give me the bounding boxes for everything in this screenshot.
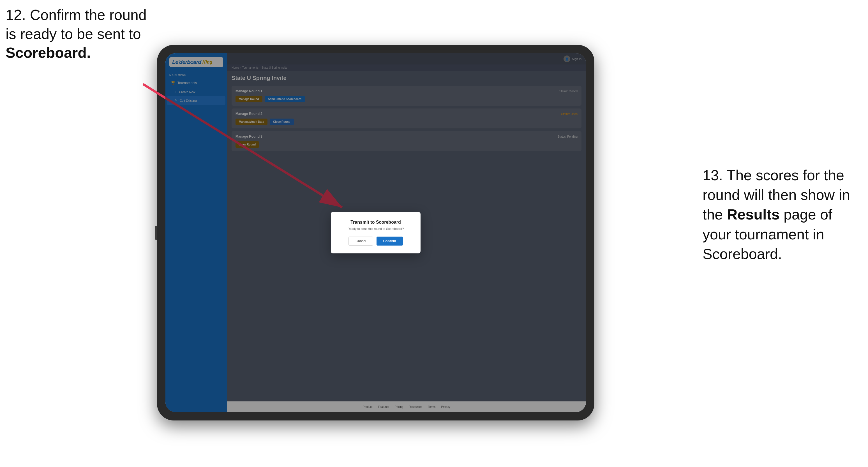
- annotation-line2: is ready to be sent to: [6, 26, 141, 42]
- annotation-line3: Scoreboard.: [6, 44, 91, 61]
- annotation-line1: 12. Confirm the round: [6, 7, 147, 23]
- modal-subtitle: Ready to send this round to Scoreboard?: [340, 227, 411, 230]
- modal-overlay: Transmit to Scoreboard Ready to send thi…: [227, 53, 586, 412]
- modal-confirm-button[interactable]: Confirm: [376, 237, 403, 246]
- tablet-frame: Le'derboard King MAIN MENU 🏆 Tournaments…: [157, 45, 594, 421]
- modal-cancel-button[interactable]: Cancel: [348, 237, 373, 246]
- tablet-side-button: [155, 226, 157, 240]
- app-container: Le'derboard King MAIN MENU 🏆 Tournaments…: [165, 53, 586, 412]
- tablet-screen: Le'derboard King MAIN MENU 🏆 Tournaments…: [165, 53, 586, 412]
- modal-buttons: Cancel Confirm: [340, 237, 411, 246]
- main-content: 👤 Sign In Home › Tournaments › State U S…: [227, 53, 586, 412]
- annotation-right-text: 13. The scores for the round will then s…: [703, 167, 850, 262]
- modal-title: Transmit to Scoreboard: [340, 220, 411, 225]
- annotation-right: 13. The scores for the round will then s…: [703, 165, 860, 264]
- modal-box: Transmit to Scoreboard Ready to send thi…: [331, 212, 421, 253]
- annotation-top-left: 12. Confirm the round is ready to be sen…: [6, 6, 163, 63]
